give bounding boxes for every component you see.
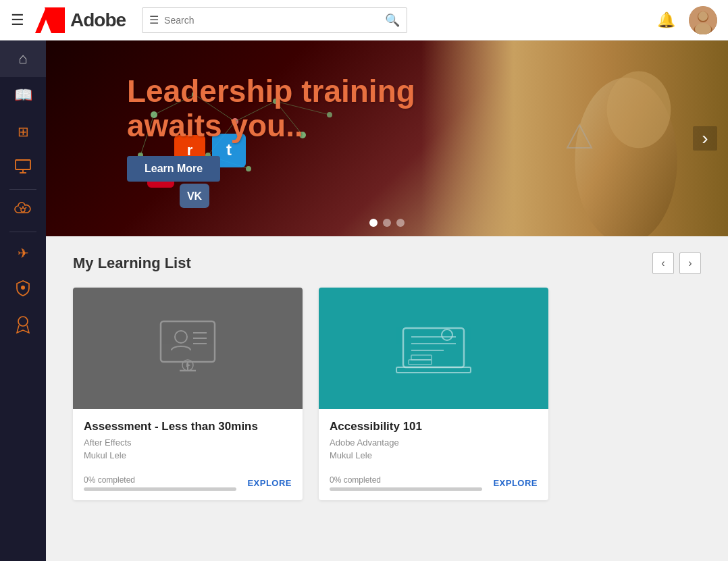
section-next-button[interactable]: › [679,252,701,274]
sidebar-divider-1 [9,189,37,190]
menu-small-icon[interactable]: ☰ [149,14,159,26]
triangle-decoration [566,124,593,153]
banner-title-line1: Leadership training [127,74,415,109]
adobe-logo-svg [35,7,65,33]
banner-dot-3[interactable] [396,219,405,227]
svg-marker-45 [567,125,592,148]
card-1-body: Assessment - Less than 30mins After Effe… [73,409,303,475]
grid-icon: ⊞ [18,124,29,140]
sidebar-item-badge[interactable] [0,308,46,344]
banner-dots [369,219,405,227]
sidebar-item-send[interactable]: ✈ [0,235,46,271]
banner-title-line2: awaits you.. [127,109,415,143]
banner-dot-2[interactable] [383,219,391,227]
sidebar-item-home[interactable]: ⌂ [0,41,46,77]
card-2-progress-label: 0% completed [330,475,482,485]
sidebar: ⌂ 📖 ⊞ [0,41,46,561]
card-1-explore-button[interactable]: EXPLORE [247,478,292,488]
card-1-subtitle: After Effects [84,437,292,448]
card-2-body: Accessibility 101 Adobe Advantage Mukul … [319,409,548,475]
learn-more-button[interactable]: Learn More [127,156,220,182]
learning-list-section: My Learning List ‹ › [46,236,728,516]
sidebar-divider-2 [9,232,37,232]
svg-point-10 [21,208,25,212]
book-icon: 📖 [14,86,32,104]
svg-rect-7 [16,160,30,169]
content-area: r t p VK Leadership training awaits you.… [46,41,728,561]
shield-icon [16,280,30,300]
search-container: ☰ 🔍 [142,7,407,33]
svg-rect-46 [161,321,215,362]
screen-icon [15,159,31,178]
banner-dot-1[interactable] [369,219,378,227]
cards-row: Assessment - Less than 30mins After Effe… [73,288,701,500]
banner-text: Leadership training awaits you.. Learn M… [127,74,415,182]
user-avatar[interactable] [689,6,717,34]
sidebar-item-grid[interactable]: ⊞ [0,113,46,150]
hamburger-icon[interactable]: ☰ [11,11,24,29]
svg-rect-62 [409,360,432,365]
section-prev-button[interactable]: ‹ [652,252,674,274]
search-button[interactable]: 🔍 [385,13,400,28]
card-1-thumb-icon [147,311,228,385]
badge-icon [16,316,30,337]
card-1-thumbnail [73,288,303,409]
adobe-text: Adobe [70,9,126,31]
banner: r t p VK Leadership training awaits you.… [46,41,728,236]
svg-point-15 [18,317,28,326]
svg-rect-55 [403,328,464,367]
card-1-footer: 0% completed EXPLORE [73,475,303,500]
card-1: Assessment - Less than 30mins After Effe… [73,288,303,500]
section-header: My Learning List ‹ › [73,252,701,274]
svg-point-47 [175,331,187,343]
card-1-progress-label: 0% completed [84,475,236,485]
card-2-thumbnail [319,288,548,409]
card-2-footer: 0% completed EXPLORE [319,475,548,500]
sidebar-item-cloud[interactable] [0,192,46,229]
send-icon: ✈ [18,245,29,261]
card-2-subtitle: Adobe Advantage [330,437,538,448]
section-nav: ‹ › [652,252,701,274]
card-1-title: Assessment - Less than 30mins [84,420,292,433]
top-nav: ☰ Adobe ☰ 🔍 🔔 [0,0,728,41]
avatar-face [689,6,717,34]
cloud-icon [14,202,32,219]
section-title: My Learning List [73,255,191,272]
card-2: Accessibility 101 Adobe Advantage Mukul … [319,288,548,500]
card-1-progress-area: 0% completed [84,475,236,491]
card-2-title: Accessibility 101 [330,420,538,433]
card-1-author: Mukul Lele [84,450,292,460]
adobe-logo: Adobe [35,7,126,33]
svg-line-12 [20,207,22,209]
card-2-progress-area: 0% completed [330,475,482,491]
svg-rect-61 [411,355,432,360]
svg-rect-41 [180,184,209,208]
main-layout: ⌂ 📖 ⊞ [0,41,728,561]
card-2-author: Mukul Lele [330,450,538,460]
sidebar-item-shield[interactable] [0,271,46,308]
sidebar-item-book[interactable]: 📖 [0,77,46,113]
banner-next-button[interactable]: › [693,126,717,151]
card-1-progress-bar [84,487,236,491]
svg-point-44 [606,72,671,149]
bell-icon[interactable]: 🔔 [657,11,675,29]
card-2-thumb-icon [390,311,477,385]
svg-text:VK: VK [187,190,203,202]
svg-point-14 [21,286,25,290]
svg-point-60 [442,329,452,340]
card-2-explore-button[interactable]: EXPLORE [493,478,538,488]
svg-point-5 [698,11,708,21]
search-input[interactable] [164,15,384,26]
home-icon: ⌂ [18,50,27,68]
svg-line-13 [25,207,27,209]
card-2-progress-bar [330,487,482,491]
sidebar-item-screen[interactable] [0,150,46,186]
